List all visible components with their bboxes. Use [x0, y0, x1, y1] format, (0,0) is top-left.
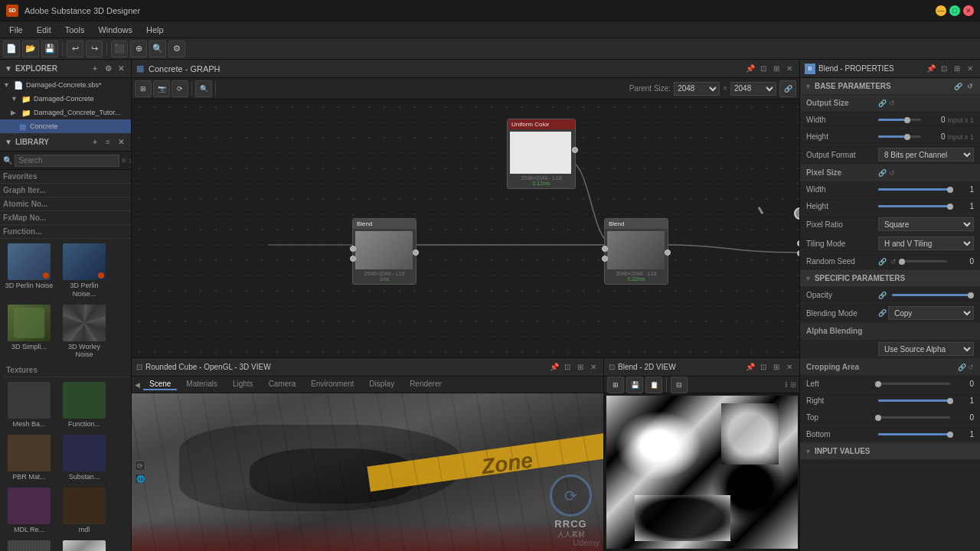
graph-tb-link[interactable]: 🔗 [779, 80, 796, 97]
props-close-icon[interactable]: ✕ [965, 64, 975, 74]
graph-canvas[interactable]: Uniform Color 2048×2048 - L18 0.12ms Ble… [132, 99, 799, 358]
node-port-out-3[interactable] [665, 249, 671, 256]
tool2[interactable]: ⊕ [130, 41, 147, 57]
cropping-reset-icon[interactable]: ↺ [968, 364, 974, 371]
minimize-button[interactable]: — [936, 5, 946, 16]
menu-windows[interactable]: Windows [92, 24, 139, 36]
view3d-maximize-icon[interactable]: ⊞ [575, 362, 586, 373]
lib-item-mdl[interactable]: mdl [58, 486, 110, 536]
graph-tb-1[interactable]: ⊞ [135, 80, 152, 97]
tool1[interactable]: ⬛ [111, 41, 128, 57]
undo-button[interactable]: ↩ [67, 41, 83, 57]
prop-output-format-select[interactable]: 8 Bits per Channel [878, 148, 974, 161]
graph-maximize-icon[interactable]: ⊞ [771, 64, 782, 74]
lib-item-mdlre[interactable]: MDL Re... [3, 486, 55, 536]
prop-top-slider[interactable] [878, 416, 950, 419]
lib-item-function[interactable]: Function... [58, 380, 110, 430]
prop-pixel-ratio-select[interactable]: Square [878, 217, 974, 231]
node-port-in-3a[interactable] [602, 246, 608, 252]
library-filter-icon[interactable]: ≡ [103, 137, 113, 148]
tree-item-1[interactable]: ▼ 📄 Damaged-Concrete.sbs* [0, 78, 131, 92]
lib-item-3dperlin1[interactable]: 3D Perlin Noise [3, 242, 55, 300]
random-seed-link-icon[interactable]: 🔗 [878, 258, 887, 266]
library-close-icon[interactable]: ✕ [116, 137, 126, 148]
graph-pin-icon[interactable]: 📌 [745, 64, 756, 74]
view2d-tb3[interactable]: 📋 [645, 377, 662, 393]
section-input-values[interactable]: ▼ INPUT VALUES [800, 443, 980, 460]
prop-right-slider[interactable] [878, 399, 950, 402]
view-2d-canvas[interactable] [604, 393, 799, 551]
output-size-link-icon[interactable]: 🔗 [878, 99, 887, 107]
node-port-in-4a[interactable] [797, 240, 799, 246]
output-size-reset-icon[interactable]: ↺ [889, 99, 895, 107]
explorer-settings-icon[interactable]: ⚙ [103, 64, 113, 74]
prop-opacity-slider[interactable] [892, 294, 971, 296]
view2d-pin-icon[interactable]: 📌 [745, 362, 756, 373]
view2d-close-icon[interactable]: ✕ [784, 362, 795, 373]
view3d-pin-icon[interactable]: 📌 [549, 362, 560, 373]
graph-node-uniform-color[interactable]: Uniform Color 2048×2048 - L18 0.12ms [507, 119, 576, 189]
node-port-in-3b[interactable] [602, 256, 608, 262]
view3d-float-icon[interactable]: ⊡ [562, 362, 573, 373]
explorer-add-icon[interactable]: + [90, 64, 100, 74]
view2d-maximize-icon[interactable]: ⊞ [771, 362, 782, 373]
parent-size-select1[interactable]: 2048 [674, 82, 720, 96]
prop-height-1-slider[interactable] [878, 135, 921, 138]
prop-blending-mode-select[interactable]: Copy [888, 306, 974, 320]
random-seed-reset-icon[interactable]: ↺ [890, 258, 897, 266]
tab-lights[interactable]: Lights [227, 379, 260, 390]
graph-tb-3[interactable]: ⟳ [172, 80, 188, 97]
tab-renderer[interactable]: Renderer [403, 379, 448, 390]
prop-width-2-slider[interactable] [878, 188, 950, 191]
explorer-collapse-icon[interactable]: ▼ [5, 64, 12, 73]
blending-link-icon[interactable]: 🔗 [878, 309, 887, 317]
tab-materials[interactable]: Materials [180, 379, 224, 390]
lib-item-3dsimpli[interactable]: 3D Simpli... [3, 303, 55, 361]
view3d-env-icon[interactable]: 🌐 [135, 474, 145, 484]
lib-item-substan[interactable]: Substan... [58, 433, 110, 483]
close-button[interactable]: ✕ [963, 5, 974, 16]
filter-icon[interactable]: ≡ [122, 156, 126, 165]
prop-alpha-blending-mode-select[interactable]: Use Source Alpha [878, 342, 974, 356]
props-pin-icon[interactable]: 📌 [926, 64, 936, 74]
menu-file[interactable]: File [3, 24, 29, 36]
prop-random-seed-slider[interactable] [902, 260, 947, 262]
tree-item-2[interactable]: ▼ 📁 Damaged-Concrete [0, 92, 131, 106]
prop-left-slider[interactable] [878, 383, 950, 385]
prop-height-2-slider[interactable] [878, 205, 950, 207]
node-port-out-2[interactable] [413, 249, 419, 256]
graph-tb-2[interactable]: 📷 [153, 80, 170, 97]
view-3d-canvas[interactable]: Zone ⟳ 🌐 ⟳ [132, 393, 603, 551]
view2d-grid-icon[interactable]: ⊞ [790, 380, 796, 389]
prop-bottom-slider[interactable] [878, 433, 950, 435]
graph-close-icon[interactable]: ✕ [784, 64, 795, 74]
menu-help[interactable]: Help [140, 24, 170, 36]
opacity-link-icon[interactable]: 🔗 [878, 292, 887, 299]
menu-tools[interactable]: Tools [59, 24, 91, 36]
pixel-size-reset-icon[interactable]: ↺ [889, 169, 895, 177]
view3d-left-btn[interactable]: ◀ [135, 381, 140, 389]
props-maximize-icon[interactable]: ⊞ [952, 64, 962, 74]
section-link-icon[interactable]: 🔗 [952, 81, 963, 92]
view2d-tb2[interactable]: 💾 [626, 377, 643, 393]
view3d-rotate-icon[interactable]: ⟳ [135, 461, 145, 471]
menu-edit[interactable]: Edit [31, 24, 57, 36]
node-port-out-1[interactable] [572, 147, 578, 153]
section-base-params[interactable]: ▼ BASE PARAMETERS 🔗 ↺ [800, 78, 980, 95]
pixel-size-link-icon[interactable]: 🔗 [878, 169, 887, 177]
graph-node-blend-3[interactable]: Blend 2048×2048 - L18 0.32ms [604, 218, 668, 285]
save-button[interactable]: 💾 [41, 41, 58, 57]
new-button[interactable]: 📄 [3, 41, 20, 57]
graph-tb-zoom[interactable]: 🔍 [195, 80, 212, 97]
tree-item-4[interactable]: ▦ Concrete [0, 119, 131, 133]
tool3[interactable]: 🔍 [149, 41, 166, 57]
prop-width-1-slider[interactable] [878, 119, 921, 121]
tool4[interactable]: ⚙ [168, 41, 185, 57]
view2d-tb1[interactable]: ⊞ [607, 377, 624, 393]
props-float-icon[interactable]: ⊡ [939, 64, 949, 74]
lib-item-meshba[interactable]: Mesh Ba... [3, 380, 55, 430]
tab-camera[interactable]: Camera [263, 379, 302, 390]
view2d-zoom-fit[interactable]: ⊟ [671, 377, 688, 393]
section-reset-icon[interactable]: ↺ [965, 81, 975, 92]
maximize-button[interactable]: □ [949, 5, 960, 16]
